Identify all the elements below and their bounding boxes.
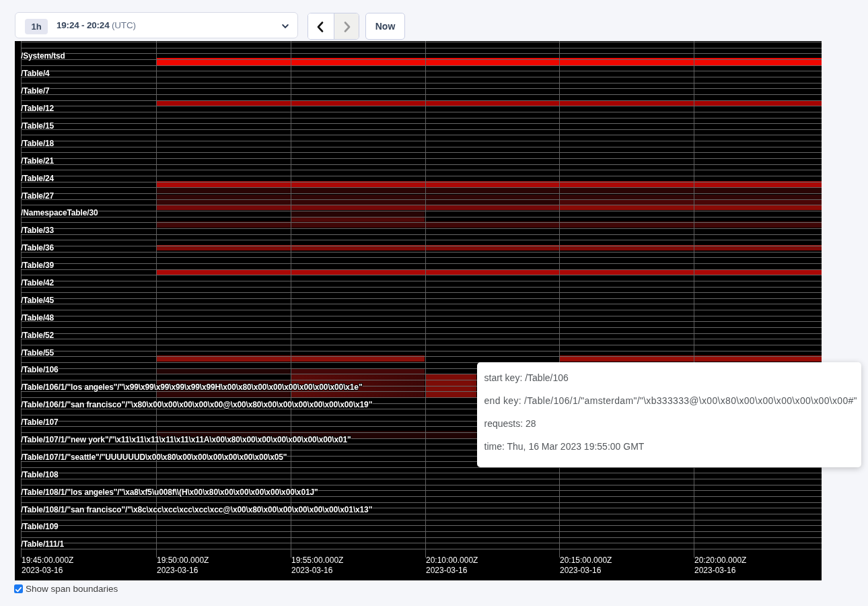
svg-text:/Table/52: /Table/52	[21, 331, 55, 340]
svg-text:20:20:00.000Z: 20:20:00.000Z	[694, 556, 746, 565]
svg-text:/Table/33: /Table/33	[21, 226, 55, 235]
svg-text:/Table/39: /Table/39	[21, 261, 55, 270]
svg-text:/Table/21: /Table/21	[21, 156, 55, 166]
svg-text:2023-03-16: 2023-03-16	[560, 566, 602, 575]
svg-text:2023-03-16: 2023-03-16	[426, 566, 468, 575]
svg-text:20:15:00.000Z: 20:15:00.000Z	[560, 556, 612, 565]
svg-text:/Table/106/1/"los angeles"/"\x: /Table/106/1/"los angeles"/"\x99\x99\x99…	[21, 382, 362, 392]
svg-text:/Table/4: /Table/4	[21, 69, 50, 78]
svg-text:2023-03-16: 2023-03-16	[694, 566, 736, 575]
svg-text:/Table/108: /Table/108	[21, 470, 59, 479]
svg-text:/Table/15: /Table/15	[21, 121, 55, 131]
svg-text:/Table/48: /Table/48	[21, 313, 55, 323]
svg-text:19:50:00.000Z: 19:50:00.000Z	[157, 556, 209, 565]
svg-text:/Table/107: /Table/107	[21, 417, 59, 427]
svg-text:/Table/7: /Table/7	[21, 86, 50, 96]
svg-text:/Table/108/1/"los angeles"/"\x: /Table/108/1/"los angeles"/"\xa8\xf5\u00…	[21, 487, 318, 497]
svg-text:/Table/55: /Table/55	[21, 348, 55, 358]
svg-text:/Table/107/1/"seattle"/"UUUUUU: /Table/107/1/"seattle"/"UUUUUUD\x00\x80\…	[21, 452, 287, 462]
svg-text:/Table/108/1/"san francisco"/": /Table/108/1/"san francisco"/"\x8c\xcc\x…	[21, 505, 372, 514]
svg-text:2023-03-16: 2023-03-16	[291, 566, 333, 575]
svg-text:/Table/111/1: /Table/111/1	[21, 539, 65, 549]
svg-text:/Table/12: /Table/12	[21, 104, 55, 113]
svg-text:2023-03-16: 2023-03-16	[157, 566, 198, 575]
svg-text:/Table/109: /Table/109	[21, 522, 59, 531]
svg-text:/Table/27: /Table/27	[21, 191, 55, 201]
svg-text:/System/tsd: /System/tsd	[21, 51, 65, 61]
svg-text:/Table/42: /Table/42	[21, 278, 55, 288]
svg-text:/Table/24: /Table/24	[21, 174, 55, 183]
svg-text:19:45:00.000Z: 19:45:00.000Z	[22, 556, 73, 565]
svg-text:/Table/107/1/"new york"/"\x11\: /Table/107/1/"new york"/"\x11\x11\x11\x1…	[21, 435, 351, 444]
svg-text:/NamespaceTable/30: /NamespaceTable/30	[21, 208, 98, 217]
svg-text:/Table/45: /Table/45	[21, 296, 55, 305]
svg-text:/Table/106: /Table/106	[21, 365, 59, 374]
svg-text:/Table/106/1/"san francisco"/": /Table/106/1/"san francisco"/"\x80\x00\x…	[21, 400, 372, 409]
svg-text:20:10:00.000Z: 20:10:00.000Z	[426, 556, 478, 565]
svg-text:19:55:00.000Z: 19:55:00.000Z	[291, 556, 343, 565]
svg-text:/Table/36: /Table/36	[21, 243, 55, 252]
svg-text:2023-03-16: 2023-03-16	[22, 566, 63, 575]
svg-text:/Table/18: /Table/18	[21, 139, 55, 148]
